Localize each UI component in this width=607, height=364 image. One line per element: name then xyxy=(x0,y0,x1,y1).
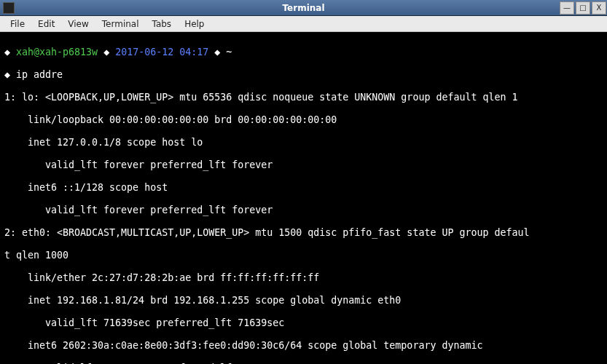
output-line: inet 127.0.0.1/8 scope host lo xyxy=(4,137,603,149)
output-line: inet 192.168.1.81/24 brd 192.168.1.255 s… xyxy=(4,295,603,306)
window-controls: — □ X xyxy=(559,0,607,16)
menu-terminal[interactable]: Terminal xyxy=(96,17,145,31)
menu-tabs[interactable]: Tabs xyxy=(146,17,178,31)
menu-help[interactable]: Help xyxy=(179,17,210,31)
prompt-cwd: ~ xyxy=(226,47,232,58)
typed-command: ip addre xyxy=(16,69,63,80)
menubar: File Edit View Terminal Tabs Help xyxy=(0,16,607,32)
menu-view[interactable]: View xyxy=(62,17,94,31)
output-line: valid_lft forever preferred_lft forever xyxy=(4,159,603,171)
prompt-user-host: xah@xah-p6813w xyxy=(16,47,98,58)
output-line: link/loopback 00:00:00:00:00:00 brd 00:0… xyxy=(4,114,603,126)
output-line: inet6 2602:30a:c0ae:8e00:3df3:fee0:dd90:… xyxy=(4,340,603,352)
output-line: t qlen 1000 xyxy=(4,250,603,261)
diamond-icon: ◆ xyxy=(103,47,109,58)
maximize-button[interactable]: □ xyxy=(576,1,590,15)
output-line: valid_lft forever preferred_lft forever xyxy=(4,205,603,216)
output-line: inet6 ::1/128 scope host xyxy=(4,182,603,194)
window-titlebar: Terminal — □ X xyxy=(0,0,607,16)
prompt-line-1: ◆ xah@xah-p6813w ◆ 2017-06-12 04:17 ◆ ~ xyxy=(4,47,603,58)
menu-file[interactable]: File xyxy=(4,17,31,31)
minimize-button[interactable]: — xyxy=(560,1,574,15)
menu-edit[interactable]: Edit xyxy=(32,17,60,31)
close-button[interactable]: X xyxy=(592,1,606,15)
window-title: Terminal xyxy=(0,3,607,13)
output-line: valid_lft 71639sec preferred_lft 71639se… xyxy=(4,317,603,329)
prompt-timestamp: 2017-06-12 04:17 xyxy=(115,47,208,58)
command-line: ◆ ip addre xyxy=(4,69,603,81)
output-line: 2: eth0: <BROADCAST,MULTICAST,UP,LOWER_U… xyxy=(4,227,603,239)
diamond-icon: ◆ xyxy=(4,47,10,58)
output-line: link/ether 2c:27:d7:28:2b:ae brd ff:ff:f… xyxy=(4,272,603,284)
terminal-output[interactable]: ◆ xah@xah-p6813w ◆ 2017-06-12 04:17 ◆ ~ … xyxy=(0,32,607,364)
output-line: 1: lo: <LOOPBACK,UP,LOWER_UP> mtu 65536 … xyxy=(4,92,603,103)
app-icon xyxy=(3,2,15,14)
diamond-icon: ◆ xyxy=(214,47,220,58)
diamond-icon: ◆ xyxy=(4,69,10,80)
